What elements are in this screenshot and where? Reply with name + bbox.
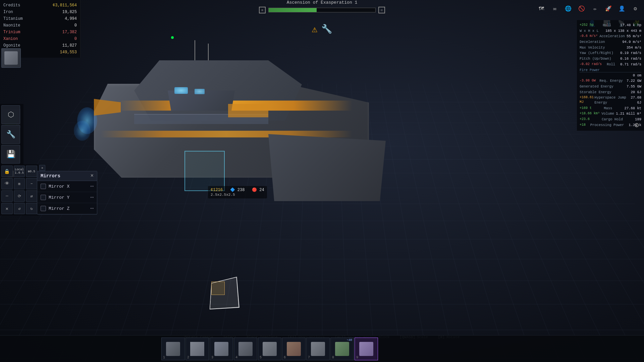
mass-label: Mass	[604, 106, 612, 111]
block-thumb-1[interactable]	[1, 48, 21, 68]
hotbar-slot-7[interactable]: 7	[306, 338, 330, 360]
resource-naonite-label: Naonite	[3, 23, 20, 28]
arrow-btn[interactable]: ↔	[1, 190, 13, 202]
left-controls-panel: 🔒 Local1.0.5 ⊞0.5 👁 ⊞ ⋯ ✕ ↔ ⟳ ⇄ ✕ ↺ ↻	[0, 164, 39, 216]
x-cancel-btn[interactable]: ✕	[1, 203, 13, 214]
resource-iron: Iron 19,825	[3, 9, 77, 15]
messages-button[interactable]: ✉	[549, 3, 560, 14]
hotbar-slot-3[interactable]: 3	[210, 338, 233, 360]
mirror-x-checkbox[interactable]	[41, 184, 46, 189]
volume-label: Volume	[601, 111, 614, 116]
accel-delta: -0.6 m/s²	[580, 34, 598, 39]
hotbar-slot-2[interactable]: 2	[185, 338, 209, 360]
hotbar-num-2: 2	[187, 356, 189, 359]
hotbar-slot-5[interactable]: 5	[258, 338, 281, 360]
resource-xanion-value: 0	[74, 37, 77, 41]
resource-titanium-label: Titanium	[3, 16, 23, 21]
stat-energy: -3.98 GW Req. Energy 7.22 GW	[580, 78, 641, 83]
resource-iron-label: Iron	[3, 10, 13, 14]
mirror-z-label: Mirror Z	[49, 206, 88, 211]
mirror-y-checkbox[interactable]	[41, 195, 46, 200]
gen-energy-value: 7.55 GW	[627, 84, 641, 89]
viewport-settings-button[interactable]: ⚙	[635, 121, 639, 130]
hull-accent-2	[101, 131, 352, 137]
undo-btn[interactable]: ↺	[14, 203, 25, 214]
mirror-z-arrows: ↔	[90, 205, 94, 212]
hotbar-slot-1[interactable]: 1	[161, 338, 185, 360]
controls-row-2: 👁 ⊞ ⋯ ✕	[1, 178, 37, 189]
wrench-icon: 🔧	[6, 130, 15, 139]
mirrors-close-button[interactable]: ×	[90, 173, 94, 179]
prohibit-button[interactable]: 🚫	[576, 3, 587, 14]
save-icon: 💾	[6, 150, 15, 159]
mirror-z-row: Mirror Z ↔	[37, 203, 97, 214]
stat-mass: +169 t Mass 27.68 kt	[580, 106, 641, 111]
mirror-z-checkbox[interactable]	[41, 206, 46, 211]
stat-decel: Deceleration 94.9 m/s²	[580, 40, 641, 45]
mirror-x-row: Mirror X ↔	[37, 181, 97, 192]
mission-title: Ascension of Exasperation 1	[287, 0, 358, 5]
bottom-hotbar: 1 2 3 4 5 6 7 ~40 8 9	[0, 335, 644, 362]
ship-model	[67, 34, 419, 261]
map-button[interactable]: 🌐	[563, 3, 574, 14]
template-preview	[208, 278, 238, 308]
ship-button[interactable]: 🚀	[603, 3, 614, 14]
dots-btn[interactable]: ⋯	[26, 178, 37, 189]
hotbar-slot-9[interactable]: 9	[355, 338, 378, 360]
mirrors-title: Mirrors	[41, 173, 60, 179]
rotate-btn[interactable]: ⟳	[14, 190, 25, 202]
edit-button[interactable]: ✏	[590, 3, 600, 14]
hotbar-slot-4[interactable]: 4	[234, 338, 257, 360]
hotbar-slot-6[interactable]: 6	[282, 338, 306, 360]
resource-trinium: Trinium 17,382	[3, 29, 77, 36]
cargo-label: Cargo Hold	[602, 117, 623, 122]
settings-button[interactable]: ⚙	[630, 3, 641, 14]
resource-naonite: Naonite 0	[3, 22, 77, 29]
stat-gen-energy: Generated Energy 7.55 GW	[580, 84, 641, 89]
stat-processing: +18 Processing Power 1.21 k	[580, 123, 641, 128]
minimap-button[interactable]: 🗺	[536, 3, 547, 14]
toolbar-wrench-btn[interactable]: 🔧	[1, 125, 20, 144]
whxl-label: W x H x L	[580, 28, 599, 34]
flip-btn[interactable]: ⇄	[26, 190, 37, 202]
toolbar-select-btn[interactable]: ⬡	[1, 105, 20, 124]
scale-btn[interactable]: ⊞0.5	[26, 166, 37, 177]
volume-value: 1.21 mill m³	[616, 111, 641, 116]
hotbar-slot-8[interactable]: ~40 8	[330, 338, 354, 360]
hotbar-num-8: 8	[332, 356, 334, 359]
controls-row-3: ↔ ⟳ ⇄	[1, 190, 37, 202]
progress-end-icon: ⊟	[378, 7, 385, 13]
stat-hyperspace: +168.61 MJ Hyperspace Jump Energy 27.68 …	[580, 95, 641, 105]
engine-glow-2	[74, 121, 91, 141]
eye-btn[interactable]: 👁	[1, 178, 13, 189]
cargo-delta: +23.6	[580, 117, 590, 122]
firepower-header: Fire Power	[580, 68, 641, 72]
stat-cargo: +23.6 Cargo Hold 189	[580, 117, 641, 122]
lock-btn[interactable]: 🔒	[1, 166, 13, 177]
window-2	[195, 89, 205, 94]
x-btn-1[interactable]: ✕	[39, 165, 45, 171]
accel-value: 55 m/s²	[627, 34, 641, 39]
decel-label: Deceleration	[580, 40, 605, 45]
maxvel-label: Max Velocity	[580, 45, 605, 50]
toolbar-save-btn[interactable]: 💾	[1, 145, 20, 164]
hyperspace-delta: +168.61 MJ	[580, 95, 594, 105]
local-btn[interactable]: Local1.0.5	[14, 166, 25, 177]
mass-value: 27.68 kt	[625, 106, 641, 111]
hotbar-num-7: 7	[308, 356, 310, 359]
mirror-y-label: Mirror Y	[49, 195, 88, 200]
center-hud: ⚠ 🔧	[312, 23, 332, 35]
stat-yaw: Yaw (Left/Right) 0.19 rad/s	[580, 51, 641, 56]
redo-btn[interactable]: ↻	[26, 203, 37, 214]
crew-button[interactable]: 👤	[616, 3, 627, 14]
mirror-y-row: Mirror Y ↔	[37, 192, 97, 203]
grid-btn[interactable]: ⊞	[14, 178, 25, 189]
req-energy-label: Req. Energy	[599, 78, 623, 83]
stats-panel: +252 hp Hull 17.48 k hp W x H x L 185 x …	[577, 20, 644, 131]
stat-hp: +252 hp Hull 17.48 k hp	[580, 23, 641, 28]
decel-value: 94.9 m/s²	[622, 40, 641, 45]
stat-firepower: 0 om	[580, 73, 641, 78]
credits-value: ¢3,811,564	[53, 3, 77, 8]
credits-label: Credits	[3, 3, 20, 8]
req-energy-value: 7.22 GW	[627, 78, 641, 83]
